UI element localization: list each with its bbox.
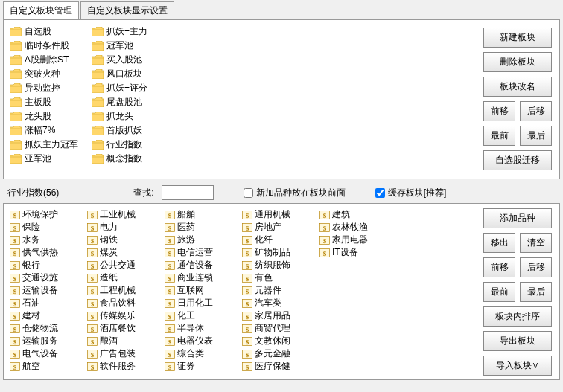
folder-item[interactable]: 抓妖+评分	[90, 81, 172, 95]
stock-item[interactable]: $商业连锁	[163, 271, 241, 284]
stock-item[interactable]: $综合类	[163, 347, 241, 360]
remove-stock-button[interactable]: 移出	[483, 233, 515, 253]
stock-item[interactable]: $软件服务	[86, 360, 163, 373]
find-input[interactable]	[162, 185, 214, 200]
stock-item[interactable]: $多元金融	[241, 347, 318, 360]
sort-in-group-button[interactable]: 板块内排序	[483, 306, 552, 327]
stock-item[interactable]: $医药	[163, 221, 241, 234]
folder-item[interactable]: 亚军池	[8, 152, 90, 166]
stock-item[interactable]: $船舶	[163, 208, 241, 221]
stock-item[interactable]: $建筑	[318, 208, 395, 221]
stock-item[interactable]: $汽车类	[241, 297, 318, 309]
stock-move-down-button[interactable]: 后移	[520, 257, 552, 277]
folder-item[interactable]: 首版抓妖	[90, 123, 172, 138]
stock-item[interactable]: $保险	[8, 221, 86, 234]
folder-item[interactable]: 龙头股	[8, 109, 90, 123]
checkbox-cache-input[interactable]	[375, 188, 385, 198]
stock-item[interactable]: $家居用品	[241, 309, 318, 322]
checkbox-cache[interactable]: 缓存板块[推荐]	[375, 187, 447, 199]
tab-manage[interactable]: 自定义板块管理	[3, 1, 79, 19]
stock-item[interactable]: $水务	[8, 234, 86, 246]
stock-item[interactable]: $元器件	[241, 284, 318, 297]
folder-item[interactable]: 冠军池	[90, 39, 172, 53]
delete-group-button[interactable]: 删除板块	[483, 52, 552, 72]
new-group-button[interactable]: 新建板块	[483, 28, 552, 48]
stock-item[interactable]: $化工	[163, 309, 241, 322]
import-group-button[interactable]: 导入板块∨	[483, 356, 552, 376]
folder-item[interactable]: A股删除ST	[8, 53, 90, 67]
move-up-button[interactable]: 前移	[483, 101, 515, 121]
stock-item[interactable]: $煤炭	[86, 246, 163, 259]
stock-item[interactable]: $环境保护	[8, 208, 86, 221]
stock-item[interactable]: $航空	[8, 360, 86, 373]
folder-item[interactable]: 行业指数	[90, 138, 172, 152]
stock-item[interactable]: $化纤	[241, 234, 318, 246]
stock-item[interactable]: $钢铁	[86, 234, 163, 246]
stock-item[interactable]: $农林牧渔	[318, 221, 395, 234]
stock-item[interactable]: $电力	[86, 221, 163, 234]
folder-item[interactable]: 买入股池	[90, 53, 172, 67]
folder-item[interactable]: 涨幅7%	[8, 123, 90, 138]
folder-item[interactable]: 抓妖主力冠军	[8, 138, 90, 152]
stock-item[interactable]: $银行	[8, 259, 86, 271]
stock-item[interactable]: $建材	[8, 309, 86, 322]
stock-item[interactable]: $旅游	[163, 234, 241, 246]
stock-item[interactable]: $房地产	[241, 221, 318, 234]
stock-item[interactable]: $食品饮料	[86, 297, 163, 309]
stock-item[interactable]: $通信设备	[163, 259, 241, 271]
stock-item[interactable]: $医疗保健	[241, 360, 318, 373]
stock-item[interactable]: $商贸代理	[241, 322, 318, 335]
checkbox-add-front-input[interactable]	[244, 188, 253, 198]
stock-item[interactable]: $互联网	[163, 284, 241, 297]
folder-item[interactable]: 异动监控	[8, 81, 90, 95]
stock-item[interactable]: $广告包装	[86, 347, 163, 360]
stock-item[interactable]: $家用电器	[318, 234, 395, 246]
stock-item[interactable]: $文教休闲	[241, 335, 318, 347]
stock-item[interactable]: $半导体	[163, 322, 241, 335]
folder-item[interactable]: 自选股	[8, 25, 90, 39]
stock-item[interactable]: $公共交通	[86, 259, 163, 271]
clear-stock-button[interactable]: 清空	[520, 233, 552, 253]
migrate-button[interactable]: 自选股迁移	[483, 150, 552, 170]
stock-move-last-button[interactable]: 最后	[520, 282, 552, 302]
stock-item[interactable]: $IT设备	[318, 246, 395, 259]
stock-item[interactable]: $传媒娱乐	[86, 309, 163, 322]
stock-item[interactable]: $运输设备	[8, 284, 86, 297]
folder-item[interactable]: 抓龙头	[90, 109, 172, 123]
add-stock-button[interactable]: 添加品种	[483, 208, 552, 228]
stock-item[interactable]: $纺织服饰	[241, 259, 318, 271]
folder-item[interactable]: 概念指数	[90, 152, 172, 166]
stock-item[interactable]: $工业机械	[86, 208, 163, 221]
folder-item[interactable]: 尾盘股池	[90, 95, 172, 109]
stock-item[interactable]: $运输服务	[8, 335, 86, 347]
folder-item[interactable]: 临时条件股	[8, 39, 90, 53]
stock-item[interactable]: $酿酒	[86, 335, 163, 347]
stock-item[interactable]: $仓储物流	[8, 322, 86, 335]
stock-item[interactable]: $电信运营	[163, 246, 241, 259]
checkbox-add-front[interactable]: 新加品种放在板块前面	[244, 187, 346, 199]
stock-item[interactable]: $石油	[8, 297, 86, 309]
stock-item[interactable]: $有色	[241, 271, 318, 284]
folder-item[interactable]: 风口板块	[90, 67, 172, 81]
stock-item[interactable]: $供气供热	[8, 246, 86, 259]
stock-item[interactable]: $酒店餐饮	[86, 322, 163, 335]
export-group-button[interactable]: 导出板块	[483, 331, 552, 351]
move-first-button[interactable]: 最前	[483, 126, 515, 146]
rename-group-button[interactable]: 板块改名	[483, 77, 552, 97]
stock-item[interactable]: $日用化工	[163, 297, 241, 309]
stock-item[interactable]: $交通设施	[8, 271, 86, 284]
stock-item[interactable]: $造纸	[86, 271, 163, 284]
move-last-button[interactable]: 最后	[520, 126, 552, 146]
stock-item[interactable]: $矿物制品	[241, 246, 318, 259]
folder-item[interactable]: 突破火种	[8, 67, 90, 81]
folder-item[interactable]: 主板股	[8, 95, 90, 109]
move-down-button[interactable]: 后移	[520, 101, 552, 121]
folder-item[interactable]: 抓妖+主力	[90, 25, 172, 39]
stock-item[interactable]: $电器仪表	[163, 335, 241, 347]
stock-item[interactable]: $工程机械	[86, 284, 163, 297]
stock-move-up-button[interactable]: 前移	[483, 257, 515, 277]
stock-item[interactable]: $电气设备	[8, 347, 86, 360]
stock-item[interactable]: $通用机械	[241, 208, 318, 221]
stock-item[interactable]: $证券	[163, 360, 241, 373]
stock-move-first-button[interactable]: 最前	[483, 282, 515, 302]
